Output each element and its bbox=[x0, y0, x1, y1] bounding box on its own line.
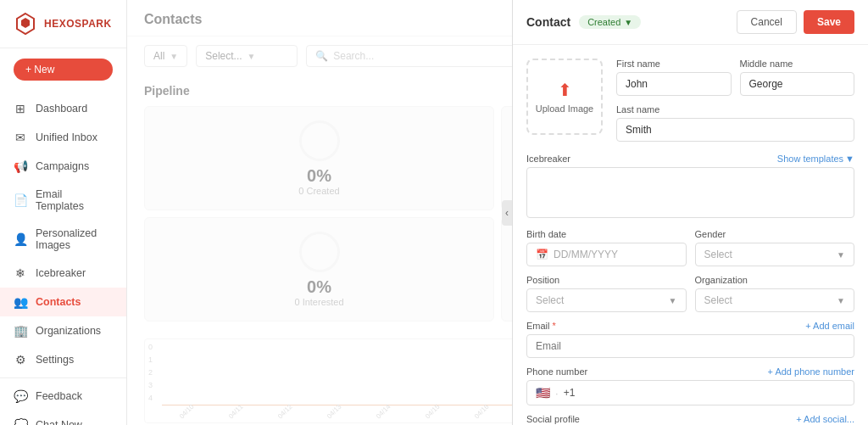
gender-group: Gender Select ▼ bbox=[695, 229, 855, 266]
sidebar-logo: HEXOSPARK bbox=[0, 0, 126, 48]
new-button[interactable]: + New bbox=[14, 59, 113, 81]
icebreaker-header: Icebreaker Show templates ▼ bbox=[526, 154, 854, 164]
phone-input-wrapper[interactable]: 🇺🇸 · +1 bbox=[526, 380, 854, 405]
middle-name-group: Middle name bbox=[740, 59, 855, 96]
position-org-row: Position Select ▼ Organization Select ▼ bbox=[526, 275, 854, 312]
feedback-icon: 💬 bbox=[14, 389, 27, 403]
calendar-icon: 📅 bbox=[536, 249, 548, 260]
panel-header: Contact Created ▼ Cancel Save bbox=[513, 0, 868, 45]
upload-image-box[interactable]: ⬆ Upload Image bbox=[526, 59, 603, 135]
organization-group: Organization Select ▼ bbox=[695, 275, 855, 312]
phone-dot-separator: · bbox=[555, 387, 559, 400]
birth-date-group: Birth date 📅 DD/MM/YYYY bbox=[526, 229, 687, 266]
sidebar-item-settings[interactable]: ⚙ Settings bbox=[0, 345, 126, 374]
panel-title: Contact bbox=[526, 15, 570, 29]
panel-body: ⬆ Upload Image First name Middle name La… bbox=[513, 45, 868, 425]
email-label-text: Email bbox=[526, 321, 550, 331]
settings-icon: ⚙ bbox=[14, 353, 27, 366]
hexospark-logo-icon bbox=[14, 12, 37, 36]
organization-select[interactable]: Select ▼ bbox=[695, 288, 855, 312]
middle-name-input[interactable] bbox=[740, 72, 855, 96]
organization-chevron-icon: ▼ bbox=[837, 296, 845, 305]
add-social-link[interactable]: + Add social... bbox=[796, 414, 854, 424]
sidebar-item-dashboard[interactable]: ⊞ Dashboard bbox=[0, 94, 126, 123]
sidebar-item-organizations[interactable]: 🏢 Organizations bbox=[0, 316, 126, 345]
email-templates-icon: 📄 bbox=[14, 193, 27, 207]
date-input-wrapper[interactable]: 📅 DD/MM/YYYY bbox=[526, 243, 687, 266]
svg-marker-1 bbox=[21, 18, 30, 28]
collapse-sidebar-button[interactable]: ‹ bbox=[502, 200, 512, 226]
first-name-label: First name bbox=[616, 59, 732, 69]
email-section: Email * + Add email bbox=[526, 321, 854, 358]
logo-text: HEXOSPARK bbox=[44, 18, 112, 30]
position-select[interactable]: Select ▼ bbox=[526, 288, 687, 312]
panel-status-badge[interactable]: Created ▼ bbox=[579, 15, 641, 29]
sidebar-label-unified-inbox: Unified Inbox bbox=[36, 131, 97, 143]
panel-status-text: Created bbox=[587, 17, 620, 27]
organization-label: Organization bbox=[695, 275, 855, 285]
sidebar-item-personalized-images[interactable]: 👤 Personalized Images bbox=[0, 220, 126, 259]
sidebar-item-unified-inbox[interactable]: ✉ Unified Inbox bbox=[0, 123, 126, 152]
social-header: Social profile + Add social... bbox=[526, 414, 854, 424]
position-group: Position Select ▼ bbox=[526, 275, 687, 312]
panel-status-chevron: ▼ bbox=[624, 18, 632, 27]
email-required-star: * bbox=[553, 321, 556, 331]
first-name-group: First name bbox=[616, 59, 732, 96]
sidebar-bottom: 💬 Feedback 💭 Chat Now bbox=[0, 377, 126, 425]
icebreaker-section: Icebreaker Show templates ▼ bbox=[526, 154, 854, 221]
last-name-group: Last name bbox=[616, 104, 854, 142]
cancel-button[interactable]: Cancel bbox=[737, 10, 797, 34]
date-placeholder: DD/MM/YYYY bbox=[554, 249, 618, 260]
last-name-input[interactable] bbox=[616, 118, 854, 142]
chat-now-icon: 💭 bbox=[14, 418, 27, 425]
gender-select[interactable]: Select ▼ bbox=[695, 243, 855, 266]
sidebar-label-dashboard: Dashboard bbox=[36, 103, 87, 115]
social-section: Social profile + Add social... LinkedIn … bbox=[526, 414, 854, 425]
first-name-input[interactable] bbox=[616, 72, 732, 96]
show-templates-link[interactable]: Show templates ▼ bbox=[777, 154, 854, 164]
birth-gender-row: Birth date 📅 DD/MM/YYYY Gender Select ▼ bbox=[526, 229, 854, 266]
personalized-images-icon: 👤 bbox=[14, 232, 27, 246]
sidebar-label-personalized-images: Personalized Images bbox=[36, 227, 113, 251]
icebreaker-textarea[interactable] bbox=[526, 167, 854, 218]
contact-panel: Contact Created ▼ Cancel Save ⬆ Upload I… bbox=[512, 0, 868, 425]
icebreaker-icon: ❄ bbox=[14, 266, 27, 280]
sidebar-label-icebreaker: Icebreaker bbox=[36, 267, 86, 279]
panel-header-actions: Cancel Save bbox=[737, 10, 854, 34]
sidebar-item-campaigns[interactable]: 📢 Campaigns bbox=[0, 152, 126, 181]
last-name-label: Last name bbox=[616, 104, 854, 115]
upload-icon: ⬆ bbox=[558, 80, 572, 100]
social-label: Social profile bbox=[526, 414, 580, 424]
save-button[interactable]: Save bbox=[804, 10, 854, 34]
sidebar-item-feedback[interactable]: 💬 Feedback bbox=[0, 382, 126, 411]
sidebar-item-email-templates[interactable]: 📄 Email Templates bbox=[0, 181, 126, 220]
sidebar-item-contacts[interactable]: 👥 Contacts bbox=[0, 288, 126, 316]
sidebar-item-chat-now[interactable]: 💭 Chat Now bbox=[0, 411, 126, 425]
position-label: Position bbox=[526, 275, 687, 285]
upload-image-label: Upload Image bbox=[536, 103, 594, 114]
sidebar-item-icebreaker[interactable]: ❄ Icebreaker bbox=[0, 259, 126, 288]
phone-code-text: +1 bbox=[564, 387, 576, 399]
campaigns-icon: 📢 bbox=[14, 159, 27, 173]
email-input[interactable] bbox=[526, 334, 854, 358]
position-chevron-icon: ▼ bbox=[669, 296, 677, 305]
sidebar: HEXOSPARK + New ⊞ Dashboard ✉ Unified In… bbox=[0, 0, 127, 425]
email-label: Email * bbox=[526, 321, 556, 331]
icebreaker-label: Icebreaker bbox=[526, 154, 570, 164]
middle-name-label: Middle name bbox=[740, 59, 855, 69]
sidebar-label-campaigns: Campaigns bbox=[36, 160, 89, 172]
sidebar-label-feedback: Feedback bbox=[36, 390, 82, 402]
add-phone-link[interactable]: + Add phone number bbox=[768, 366, 854, 377]
gender-label: Gender bbox=[695, 229, 855, 239]
position-select-text: Select bbox=[536, 294, 564, 306]
show-templates-text: Show templates bbox=[777, 154, 843, 164]
email-header: Email * + Add email bbox=[526, 321, 854, 331]
gender-chevron-icon: ▼ bbox=[837, 250, 845, 260]
sidebar-label-email-templates: Email Templates bbox=[36, 188, 113, 212]
add-email-link[interactable]: + Add email bbox=[805, 321, 854, 331]
sidebar-label-settings: Settings bbox=[36, 354, 74, 366]
show-templates-chevron: ▼ bbox=[845, 154, 854, 164]
sidebar-nav: ⊞ Dashboard ✉ Unified Inbox 📢 Campaigns … bbox=[0, 91, 126, 377]
sidebar-label-organizations: Organizations bbox=[36, 325, 101, 337]
organizations-icon: 🏢 bbox=[14, 324, 27, 338]
